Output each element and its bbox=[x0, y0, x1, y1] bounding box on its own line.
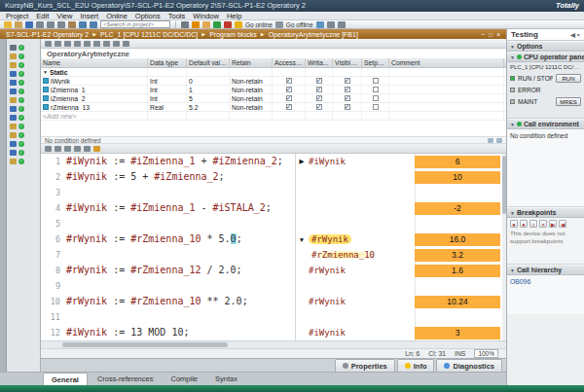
subtab-syntax[interactable]: Syntax bbox=[207, 373, 245, 385]
checkbox[interactable] bbox=[286, 104, 292, 110]
checkbox[interactable] bbox=[373, 95, 379, 101]
monitoring-on-icon[interactable] bbox=[93, 146, 100, 152]
project-tree-item[interactable]: ✓ bbox=[7, 157, 40, 165]
enable-breakpoints-icon[interactable]: ● bbox=[520, 220, 528, 228]
column-header-accessible-f-[interactable]: Accessible f... bbox=[273, 58, 306, 67]
go-online-icon[interactable] bbox=[235, 21, 242, 28]
project-tree-item[interactable]: ✓ bbox=[7, 52, 40, 60]
undo-icon[interactable] bbox=[79, 21, 87, 28]
checkbox[interactable] bbox=[345, 104, 350, 110]
run-button[interactable]: RUN bbox=[556, 74, 581, 83]
table-row[interactable]: ▼Static bbox=[41, 68, 506, 77]
bookmark-icon[interactable] bbox=[64, 146, 71, 152]
project-tree-item[interactable]: ✓ bbox=[7, 139, 40, 148]
checkbox[interactable] bbox=[286, 95, 292, 101]
snapshot-icon[interactable] bbox=[316, 21, 324, 28]
expand-icon[interactable]: ▶ bbox=[295, 158, 309, 165]
keep-values-icon[interactable] bbox=[64, 41, 71, 47]
column-header-default-value[interactable]: Default value bbox=[187, 58, 230, 67]
window-button[interactable]: □ bbox=[489, 31, 493, 38]
condition-icon-2[interactable] bbox=[496, 138, 502, 143]
project-tree-item[interactable]: ✓ bbox=[7, 87, 40, 95]
download-values-icon[interactable] bbox=[93, 41, 100, 47]
code-line[interactable]: #rWynik := #rZmienna_10 ** 2.0; bbox=[66, 294, 248, 309]
table-row[interactable]: iWynikInt0Non-retain bbox=[41, 77, 506, 86]
condition-icon-1[interactable] bbox=[488, 138, 493, 143]
delete-row-icon[interactable] bbox=[55, 41, 61, 47]
copy-snapshot-icon[interactable] bbox=[84, 41, 91, 47]
start-cpu-icon[interactable] bbox=[213, 21, 221, 28]
print-icon[interactable] bbox=[36, 21, 44, 28]
collapse-arrow-icon[interactable]: ▼ bbox=[43, 69, 48, 75]
collapse-icon[interactable]: ▼ bbox=[295, 236, 309, 243]
add-new-row[interactable]: <Add new> bbox=[43, 113, 76, 120]
copy-icon[interactable] bbox=[57, 21, 65, 28]
column-header-retain[interactable]: Retain bbox=[230, 58, 273, 67]
delete-breakpoints-icon[interactable]: × bbox=[539, 220, 547, 228]
project-tree-item[interactable]: ✓ bbox=[7, 130, 40, 139]
code-line[interactable]: #rWynik := #rZmienna_10 * 5.0; bbox=[66, 232, 242, 247]
checkbox[interactable] bbox=[316, 78, 322, 84]
redo-icon[interactable] bbox=[90, 21, 97, 28]
breadcrumb-segment[interactable]: PLC_1 [CPU 1211C DC/DC/DC] bbox=[100, 31, 198, 38]
code-line[interactable]: #rWynik := #rZmienna_12 / 2.0; bbox=[66, 263, 242, 278]
window-button[interactable]: × bbox=[496, 31, 500, 38]
split-window-icon[interactable] bbox=[338, 21, 346, 28]
toggle-breakpoint-icon[interactable]: ● bbox=[510, 220, 518, 228]
subtab-general[interactable]: General bbox=[43, 373, 88, 385]
menu-window[interactable]: Window bbox=[193, 12, 219, 20]
disable-breakpoints-icon[interactable]: ○ bbox=[529, 220, 537, 228]
checkbox[interactable] bbox=[373, 104, 379, 110]
checkbox[interactable] bbox=[345, 87, 350, 92]
menu-tools[interactable]: Tools bbox=[168, 12, 186, 20]
shift-left-icon[interactable] bbox=[45, 146, 52, 152]
checkbox[interactable] bbox=[286, 87, 292, 92]
insert-row-icon[interactable] bbox=[45, 41, 52, 47]
menu-project[interactable]: Project bbox=[6, 12, 28, 20]
tab-info[interactable]: Info bbox=[397, 359, 435, 372]
code-line[interactable]: #iWynik := #iZmienna_1 - #iSTALA_2; bbox=[66, 200, 272, 216]
table-row[interactable]: iZmienna_2Int5Non-retain bbox=[41, 94, 506, 103]
column-header-visible-in-[interactable]: Visible in ... bbox=[333, 58, 362, 67]
project-tree-item[interactable]: ✓ bbox=[7, 95, 40, 104]
subtab-compile[interactable]: Compile bbox=[163, 373, 205, 385]
uncomment-icon[interactable] bbox=[84, 146, 91, 152]
absolute-operands-icon[interactable] bbox=[113, 41, 120, 47]
section-call-environment[interactable]: ▼ Call environment bbox=[507, 119, 584, 129]
call-hierarchy-entry[interactable]: OB096 bbox=[510, 278, 530, 285]
project-tree-item[interactable]: ✓ bbox=[7, 122, 40, 130]
zoom-level-select[interactable]: 100% bbox=[474, 349, 498, 358]
previous-breakpoint-icon[interactable]: ◀ bbox=[559, 220, 566, 228]
open-project-icon[interactable] bbox=[15, 21, 22, 28]
section-options[interactable]: ▼ Options bbox=[507, 41, 584, 52]
next-breakpoint-icon[interactable]: ▶ bbox=[549, 220, 557, 228]
snapshot-icon[interactable] bbox=[74, 41, 81, 47]
table-row[interactable]: iZmienna_1Int1Non-retain bbox=[41, 86, 506, 94]
shift-right-icon[interactable] bbox=[55, 146, 61, 152]
menu-edit[interactable]: Edit bbox=[36, 12, 49, 20]
column-header-comment[interactable]: Comment bbox=[389, 58, 504, 67]
code-line[interactable]: #iWynik := 13 MOD 10; bbox=[66, 325, 189, 340]
code-line[interactable]: #iWynik := 5 + #iZmienna_2; bbox=[66, 169, 225, 185]
menu-insert[interactable]: Insert bbox=[80, 12, 98, 20]
column-header-setpoint[interactable]: Setpoint bbox=[362, 58, 389, 67]
project-tree-item[interactable]: ✓ bbox=[7, 113, 40, 122]
panel-collapse-icon[interactable]: ◀ × bbox=[570, 31, 580, 38]
menu-view[interactable]: View bbox=[56, 12, 72, 20]
breadcrumb-segment[interactable]: Program blocks bbox=[209, 31, 257, 38]
checkbox[interactable] bbox=[316, 87, 322, 92]
menu-help[interactable]: Help bbox=[227, 12, 241, 20]
section-cpu-operator-panel[interactable]: ▼ CPU operator panel bbox=[507, 52, 584, 62]
table-row[interactable]: <Add new> bbox=[41, 112, 506, 121]
go-offline-icon[interactable] bbox=[275, 21, 283, 28]
project-tree-item[interactable]: ✓ bbox=[7, 148, 40, 157]
search-input[interactable] bbox=[100, 20, 170, 28]
menu-options[interactable]: Options bbox=[135, 12, 161, 20]
project-tree-item[interactable]: ✓ bbox=[7, 43, 40, 52]
breadcrumb-segment[interactable]: S7-SCL-P1-E2 Operatory 2 bbox=[6, 31, 89, 38]
checkbox[interactable] bbox=[373, 78, 379, 84]
comment-out-icon[interactable] bbox=[74, 146, 81, 152]
horizontal-scroll-thumb[interactable] bbox=[62, 342, 228, 347]
column-header-writa-[interactable]: Writa... bbox=[306, 58, 333, 67]
upload-from-device-icon[interactable] bbox=[202, 21, 210, 28]
